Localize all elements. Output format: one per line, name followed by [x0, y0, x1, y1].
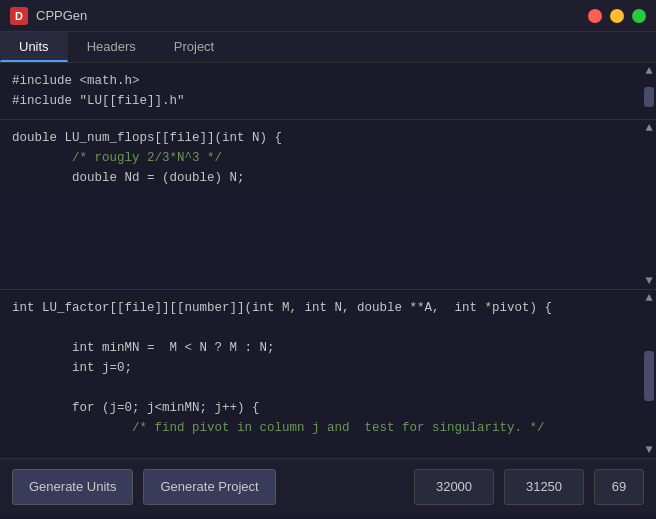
code-line: #include "LU[[file]].h"	[12, 91, 636, 111]
code-line-title: double LU_num_flops[[file]](int N) {	[12, 128, 636, 148]
bottom-bar: Generate Units Generate Project	[0, 458, 656, 514]
tab-bar: Units Headers Project	[0, 32, 656, 63]
minimize-button[interactable]	[610, 9, 624, 23]
code-line	[12, 438, 636, 458]
section3-expand-btn[interactable]: ▼	[645, 444, 652, 456]
code-line-title: int LU_factor[[file]][[number]](int M, i…	[12, 298, 636, 318]
app-title: CPPGen	[36, 8, 588, 23]
section-lu-factor-content[interactable]: int LU_factor[[file]][[number]](int M, i…	[0, 290, 656, 459]
code-line: #include <math.h>	[12, 71, 636, 91]
generate-project-button[interactable]: Generate Project	[143, 469, 275, 505]
code-line: /* find pivot in column j and test for s…	[12, 418, 636, 438]
section3-scrollthumb[interactable]	[644, 351, 654, 401]
window-controls	[588, 9, 646, 23]
section2-expand-btn[interactable]: ▼	[645, 275, 652, 287]
field2-input[interactable]	[504, 469, 584, 505]
section-lu-factor: int LU_factor[[file]][[number]](int M, i…	[0, 290, 656, 459]
tab-project[interactable]: Project	[155, 32, 233, 62]
maximize-button[interactable]	[632, 9, 646, 23]
code-line: double Nd = (double) N;	[12, 168, 636, 188]
code-line: int jp=j;	[12, 458, 636, 459]
close-button[interactable]	[588, 9, 602, 23]
section3-scrollbar: ▲ ▼	[642, 290, 656, 459]
field1-input[interactable]	[414, 469, 494, 505]
code-line	[12, 318, 636, 338]
section2-scrollbar: ▲ ▼	[642, 120, 656, 289]
tab-headers[interactable]: Headers	[68, 32, 155, 62]
section2-collapse-btn[interactable]: ▲	[645, 122, 652, 134]
section-includes: #include <math.h> #include "LU[[file]].h…	[0, 63, 656, 120]
tab-units[interactable]: Units	[0, 32, 68, 62]
section-num-flops: double LU_num_flops[[file]](int N) { /* …	[0, 120, 656, 290]
code-line: for (j=0; j<minMN; j++) {	[12, 398, 636, 418]
field3-input[interactable]	[594, 469, 644, 505]
section1-scrollbar: ▲	[642, 63, 656, 119]
code-line	[12, 378, 636, 398]
section3-collapse-btn[interactable]: ▲	[645, 292, 652, 304]
section-num-flops-content: double LU_num_flops[[file]](int N) { /* …	[0, 120, 656, 196]
code-line: int j=0;	[12, 358, 636, 378]
section-includes-content: #include <math.h> #include "LU[[file]].h…	[0, 63, 656, 119]
generate-units-button[interactable]: Generate Units	[12, 469, 133, 505]
section1-collapse-btn[interactable]: ▲	[645, 65, 652, 77]
title-bar: D CPPGen	[0, 0, 656, 32]
code-line: /* rougly 2/3*N^3 */	[12, 148, 636, 168]
code-line: int minMN = M < N ? M : N;	[12, 338, 636, 358]
app-icon: D	[10, 7, 28, 25]
content-area: #include <math.h> #include "LU[[file]].h…	[0, 63, 656, 458]
section1-scrollthumb	[644, 87, 654, 107]
